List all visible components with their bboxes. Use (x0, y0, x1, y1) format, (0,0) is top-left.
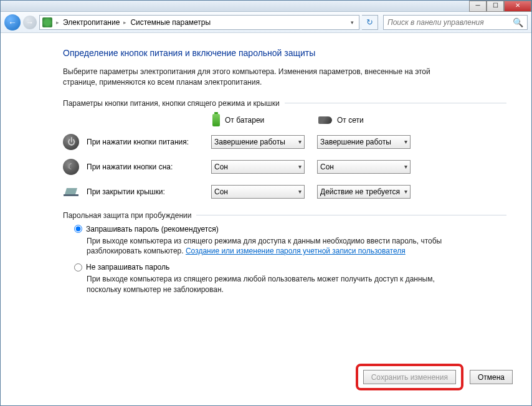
titlebar: ─ ☐ ✕ (1, 1, 531, 12)
row-label: При закрытии крышки: (87, 187, 211, 196)
no-password-input[interactable] (74, 263, 82, 271)
sleep-button-row: ☾ При нажатии кнопки сна: Сон Сон (63, 159, 506, 175)
battery-icon (212, 114, 220, 126)
breadcrumb-item[interactable]: Электропитание (63, 18, 120, 27)
breadcrumb-item[interactable]: Системные параметры (130, 18, 211, 27)
no-password-desc: При выходе компьютера из спящего режима … (87, 274, 448, 295)
search-input[interactable] (387, 18, 513, 27)
maximize-button[interactable]: ☐ (487, 1, 504, 12)
require-password-radio[interactable]: Запрашивать пароль (рекомендуется) (74, 225, 506, 234)
power-options-icon (42, 17, 52, 27)
plug-icon (318, 116, 332, 124)
footer-buttons: Сохранить изменения Отмена (356, 364, 513, 390)
save-button[interactable]: Сохранить изменения (363, 370, 456, 384)
column-headers: От батареи От сети (212, 114, 506, 126)
lid-ac-select[interactable]: Действие не требуется (317, 185, 411, 199)
require-password-input[interactable] (74, 225, 82, 233)
close-button[interactable]: ✕ (504, 1, 531, 12)
window: ─ ☐ ✕ ← → ▸ Электропитание ▸ Системные п… (0, 0, 532, 406)
power-ac-select[interactable]: Завершение работы (317, 135, 411, 149)
lid-battery-select[interactable]: Сон (211, 185, 305, 199)
breadcrumb-sep-icon: ▸ (123, 19, 126, 26)
password-section: Запрашивать пароль (рекомендуется) При в… (63, 225, 506, 295)
power-button-row: ⏻ При нажатии кнопки питания: Завершение… (63, 134, 506, 150)
power-button-icon: ⏻ (63, 134, 79, 150)
sleep-button-icon: ☾ (63, 159, 79, 175)
navbar: ← → ▸ Электропитание ▸ Системные парамет… (1, 12, 531, 33)
ac-column-header: От сети (318, 114, 412, 126)
laptop-lid-icon (63, 184, 79, 200)
no-password-radio[interactable]: Не запрашивать пароль (74, 263, 506, 271)
power-battery-select[interactable]: Завершение работы (211, 135, 305, 149)
refresh-button[interactable]: ↻ (362, 15, 378, 30)
content-area: Определение кнопок питания и включение п… (1, 33, 531, 357)
address-bar[interactable]: ▸ Электропитание ▸ Системные параметры ▾ (39, 15, 359, 30)
row-label: При нажатии кнопки сна: (87, 163, 211, 171)
power-settings-grid: От батареи От сети ⏻ При нажатии кнопки … (63, 114, 506, 200)
page-title: Определение кнопок питания и включение п… (63, 48, 506, 58)
battery-column-header: От батареи (212, 114, 306, 126)
search-icon[interactable]: 🔍 (513, 17, 523, 27)
sleep-battery-select[interactable]: Сон (211, 160, 305, 174)
breadcrumb-sep-icon: ▸ (56, 19, 59, 26)
intro-text: Выберите параметры электропитания для эт… (63, 67, 462, 88)
search-box[interactable]: 🔍 (383, 15, 528, 30)
cancel-button[interactable]: Отмена (470, 370, 513, 384)
minimize-button[interactable]: ─ (469, 1, 487, 12)
back-button[interactable]: ← (4, 14, 21, 31)
buttons-section-title: Параметры кнопки питания, кнопки спящего… (63, 99, 506, 108)
lid-close-row: При закрытии крышки: Сон Действие не тре… (63, 184, 506, 200)
window-controls: ─ ☐ ✕ (469, 1, 531, 12)
row-label: При нажатии кнопки питания: (87, 138, 211, 146)
address-dropdown-icon[interactable]: ▾ (348, 19, 356, 26)
require-password-desc: При выходе компьютера из спящего режима … (87, 236, 448, 257)
save-highlight: Сохранить изменения (356, 364, 463, 390)
change-password-link[interactable]: Создание или изменение пароля учетной за… (186, 247, 406, 255)
password-section-title: Парольная защита при пробуждении (63, 211, 506, 220)
sleep-ac-select[interactable]: Сон (317, 160, 411, 174)
forward-button: → (23, 16, 37, 29)
